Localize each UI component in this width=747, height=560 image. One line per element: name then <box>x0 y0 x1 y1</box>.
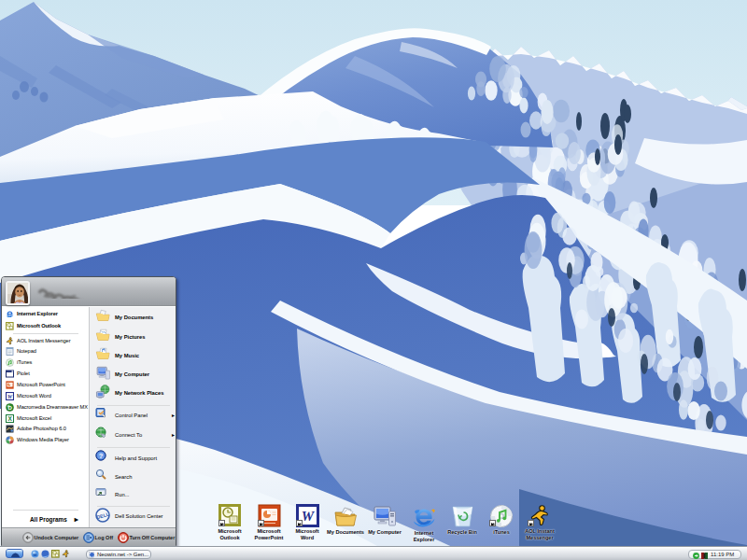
svg-text:W: W <box>301 509 315 524</box>
svg-text:?: ? <box>99 451 104 459</box>
